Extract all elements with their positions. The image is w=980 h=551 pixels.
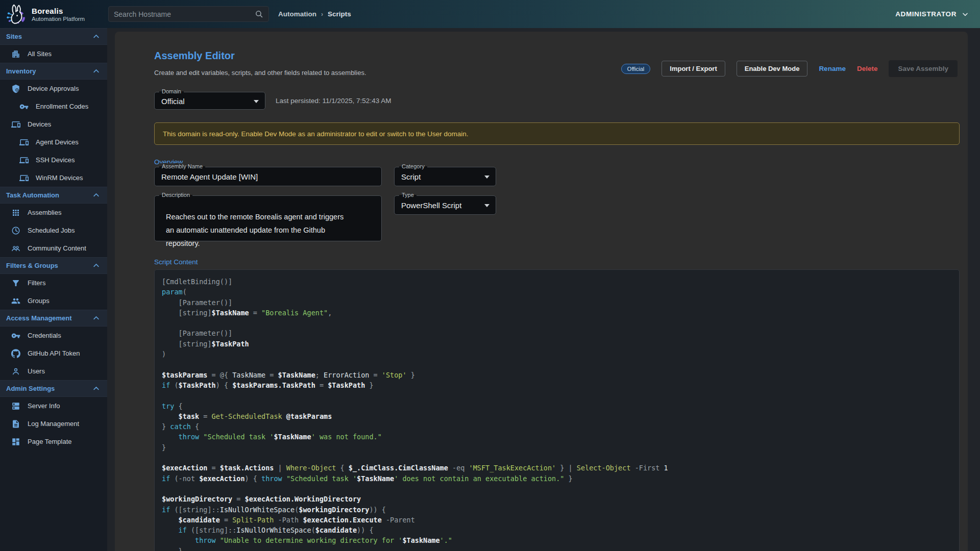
clock-icon [11,226,20,235]
code-line [162,390,959,400]
layout-icon [11,437,20,446]
sidebar-item-assemblies[interactable]: Assemblies [0,204,107,221]
code-line: param( [162,287,959,297]
sidebar-item-winrm-devices[interactable]: WinRM Devices [0,169,107,187]
sidebar-item-page-template[interactable]: Page Template [0,433,107,450]
sidebar-item-label: Scheduled Jobs [28,227,75,234]
description-value: Reaches out to the remote Borealis agent… [166,210,345,250]
code-line: } [162,442,959,453]
people-icon [11,244,20,253]
grid-icon [11,208,20,217]
type-value: PowerShell Script [401,201,461,210]
sidebar-item-community-content[interactable]: Community Content [0,239,107,257]
code-line: if (-not $execAction) { throw "Scheduled… [162,473,959,484]
breadcrumb-scripts[interactable]: Scripts [328,10,351,18]
sidebar-item-github-api-token[interactable]: GitHub API Token [0,344,107,362]
sidebar-item-enrollment-codes[interactable]: Enrollment Codes [0,97,107,115]
sidebar-item-label: Agent Devices [36,138,79,146]
sidebar-item-label: Page Template [28,438,72,445]
shield-icon [11,84,20,93]
sidebar-item-device-approvals[interactable]: Device Approvals [0,80,107,97]
domain-select-value: Official [161,96,185,105]
sidebar-item-agent-devices[interactable]: Agent Devices [0,133,107,151]
sidebar-item-label: Groups [28,297,50,305]
read-only-warning-text: This domain is read-only. Enable Dev Mod… [163,130,469,138]
delete-button[interactable]: Delete [857,65,878,72]
code-line: $execAction = $task.Actions | Where-Obje… [162,463,959,473]
sidebar-item-all-sites[interactable]: All Sites [0,45,107,63]
sidebar-item-label: Enrollment Codes [36,103,88,110]
assembly-editor-panel: Assembly Editor Create and edit variable… [115,32,968,551]
breadcrumb-automation[interactable]: Automation [278,10,316,18]
user-menu-button[interactable]: ADMINISTRATOR [895,0,969,28]
description-label: Description [159,192,192,198]
sidebar-item-credentials[interactable]: Credentials [0,327,107,344]
sidebar-item-label: Filters [28,279,45,287]
sidebar-item-filters[interactable]: Filters [0,274,107,292]
description-field[interactable]: Description Reaches out to the remote Bo… [154,195,382,241]
dropdown-arrow-icon [484,204,489,207]
sidebar-item-devices[interactable]: Devices [0,115,107,133]
code-line [162,484,959,494]
log-icon [11,419,20,429]
search-hostname-box[interactable] [108,6,269,22]
dropdown-arrow-icon [484,176,489,179]
sidebar-item-scheduled-jobs[interactable]: Scheduled Jobs [0,221,107,239]
page-subtitle: Create and edit variables, scripts, and … [154,69,366,77]
search-input[interactable] [114,10,255,18]
chevron-up-icon [92,67,100,75]
type-select[interactable]: Type PowerShell Script [394,195,496,215]
sidebar-item-users[interactable]: Users [0,362,107,380]
read-only-warning: This domain is read-only. Enable Dev Mod… [154,122,960,145]
section-label: Sites [6,33,22,40]
category-label: Category [399,163,427,169]
sidebar-item-label: All Sites [28,50,52,58]
sidebar-section-task-automation[interactable]: Task Automation [0,187,107,204]
script-content-section-label: Script Content [154,258,198,266]
devices-icon [19,138,29,147]
devices-icon [11,120,20,129]
brand[interactable]: Borealis Automation Platform [0,4,107,25]
search-icon[interactable] [255,10,263,18]
building-icon [11,49,20,59]
code-line: if ([string]::IsNullOrWhiteSpace($candid… [162,525,959,535]
sidebar-item-groups[interactable]: Groups [0,292,107,310]
script-editor[interactable]: [CmdletBinding()]param( [Parameter()] [s… [154,269,960,551]
save-assembly-button[interactable]: Save Assembly [889,60,958,77]
sidebar-section-access-management[interactable]: Access Management [0,310,107,327]
code-line: throw "Scheduled task '$TaskName' was no… [162,432,959,442]
code-line: } [162,546,959,551]
sidebar-item-label: Server Info [28,402,60,410]
code-line: $candidate = Split-Path -Path $execActio… [162,515,959,525]
dropdown-arrow-icon [254,100,259,103]
sidebar-section-inventory[interactable]: Inventory [0,63,107,80]
sidebar-item-label: Devices [28,120,51,128]
code-line [162,318,959,328]
code-line: $taskParams = @{ TaskName = $TaskName; E… [162,370,959,380]
category-select[interactable]: Category Script [394,167,496,186]
rename-button[interactable]: Rename [819,65,846,72]
chevron-up-icon [92,33,100,40]
sidebar-section-sites[interactable]: Sites [0,28,107,45]
top-bar: Borealis Automation Platform Automation … [0,0,980,28]
sidebar-item-label: Users [28,367,45,375]
sidebar-item-server-info[interactable]: Server Info [0,397,107,415]
import-export-button[interactable]: Import / Export [662,61,725,77]
chevron-up-icon [92,191,100,199]
code-line: if ($TaskPath) { $taskParams.TaskPath = … [162,380,959,390]
sidebar-item-log-management[interactable]: Log Management [0,415,107,433]
server-icon [11,402,20,411]
assembly-name-value: Remote Agent Update [WIN] [161,172,258,181]
sidebar-item-ssh-devices[interactable]: SSH Devices [0,151,107,169]
enable-dev-mode-button[interactable]: Enable Dev Mode [737,61,808,77]
section-label: Task Automation [6,191,59,199]
domain-select-label: Domain [159,88,184,94]
sidebar-section-admin-settings[interactable]: Admin Settings [0,380,107,397]
code-line: } catch { [162,421,959,432]
assembly-name-field[interactable]: Assembly Name Remote Agent Update [WIN] [154,167,382,186]
chevron-up-icon [92,262,100,269]
sidebar-section-filters-groups[interactable]: Filters & Groups [0,257,107,274]
brand-title: Borealis [32,7,85,15]
domain-select[interactable]: Domain Official [154,92,265,110]
breadcrumb-separator-icon: › [321,11,323,18]
